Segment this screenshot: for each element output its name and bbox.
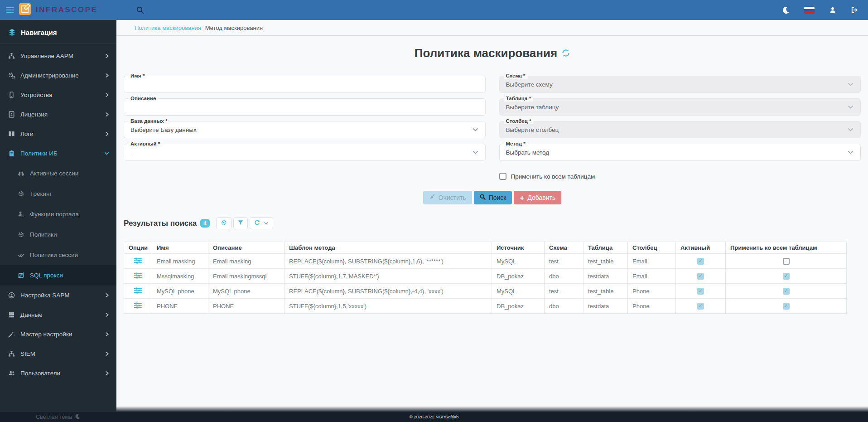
cell-name: PHONE bbox=[152, 299, 208, 314]
brand-name: INFRASCOPE bbox=[36, 5, 97, 15]
cell-column: Phone bbox=[628, 284, 676, 299]
magic-wand-icon bbox=[8, 331, 15, 338]
apply-all-checkbox[interactable] bbox=[783, 258, 790, 265]
gear-icon bbox=[221, 219, 227, 227]
breadcrumb-link-method[interactable]: Метод маскирования bbox=[205, 24, 263, 31]
sidebar-item-siem[interactable]: SIEM bbox=[0, 344, 116, 364]
cell-column: Phone bbox=[628, 299, 676, 314]
chevron-down-icon bbox=[847, 150, 854, 155]
refresh-icon[interactable] bbox=[562, 49, 570, 57]
col-schema: Схема bbox=[545, 242, 583, 254]
binoculars-icon bbox=[17, 170, 25, 177]
chevron-down-icon bbox=[847, 127, 854, 133]
add-button-label: Добавить bbox=[527, 194, 555, 201]
sidebar-item-label: Настройка SAPM bbox=[20, 292, 69, 299]
settings-button[interactable] bbox=[216, 217, 231, 229]
apply-all-label: Применить ко всем таблицам bbox=[511, 173, 595, 180]
filter-button[interactable] bbox=[233, 217, 248, 229]
col-column: Столбец bbox=[628, 242, 676, 254]
column-select: Столбец * Выберите столбец bbox=[499, 121, 861, 138]
active-checkbox[interactable] bbox=[697, 273, 704, 280]
footer: © 2020-2022 NGRSoftlab Светлая тема bbox=[0, 412, 868, 422]
cell-description: Email masking bbox=[208, 254, 285, 269]
cell-source: MySQL bbox=[492, 284, 545, 299]
sidebar-item-funktsii-portala[interactable]: Функции портала bbox=[0, 204, 116, 224]
results-toolbar bbox=[216, 217, 273, 229]
apply-all-checkbox[interactable] bbox=[783, 288, 790, 295]
apply-all-checkbox[interactable] bbox=[783, 303, 790, 310]
chevron-right-icon bbox=[105, 92, 109, 97]
active-checkbox[interactable] bbox=[697, 288, 704, 295]
name-input[interactable] bbox=[130, 81, 479, 88]
col-active: Активный bbox=[676, 242, 726, 254]
cell-description: PHONE bbox=[208, 299, 285, 314]
cell-column: Email bbox=[628, 254, 676, 269]
search-button[interactable]: Поиск bbox=[474, 191, 512, 204]
database-select[interactable]: База данных * Выберите Базу данных bbox=[124, 121, 486, 138]
row-options-button[interactable] bbox=[134, 257, 142, 264]
sidebar-item-master-nastroyki[interactable]: Мастер настройки bbox=[0, 325, 116, 344]
sidebar-item-administrirovanie[interactable]: Администрирование bbox=[0, 66, 116, 85]
breadcrumb-link-policy[interactable]: Политика маскирования bbox=[135, 24, 201, 31]
sidebar-item-label: Политики ИБ bbox=[20, 150, 58, 157]
table-select: Таблица * Выберите таблицу bbox=[499, 98, 861, 116]
sidebar-item-label: Лицензия bbox=[20, 111, 48, 118]
sidebar-item-dannye[interactable]: Данные bbox=[0, 305, 116, 325]
sidebar-item-politiki-ib[interactable]: Политики ИБ bbox=[0, 144, 116, 163]
sidebar-item-ustroystva[interactable]: Устройства bbox=[0, 85, 116, 105]
apply-all-checkbox[interactable] bbox=[499, 173, 506, 180]
sidebar-item-politiki-sessiy[interactable]: Политики сессий bbox=[0, 245, 116, 265]
cell-description: Email maskingmssql bbox=[208, 269, 285, 284]
top-bar: INFRASCOPE bbox=[0, 0, 868, 20]
database-select-value: Выберите Базу данных bbox=[130, 126, 197, 133]
menu-icon[interactable] bbox=[6, 6, 14, 14]
chevron-right-icon bbox=[105, 73, 109, 78]
user-icon[interactable] bbox=[829, 6, 836, 14]
sidebar-item-upravlenie-aarm[interactable]: Управление ААРМ bbox=[0, 46, 116, 66]
brand: INFRASCOPE bbox=[0, 3, 116, 17]
chevron-right-icon bbox=[105, 312, 109, 317]
nav-header: Навигация bbox=[0, 20, 116, 44]
user-circle-icon bbox=[8, 292, 15, 299]
search-icon[interactable] bbox=[136, 6, 144, 14]
col-apply-all: Применить ко всем таблицам bbox=[726, 242, 847, 254]
language-flag-ru[interactable] bbox=[804, 7, 815, 14]
method-select[interactable]: Метод * Выбрать метод bbox=[499, 144, 861, 161]
row-options-button[interactable] bbox=[134, 287, 142, 294]
sidebar-item-nastroyka-sapm[interactable]: Настройка SAPM bbox=[0, 286, 116, 305]
active-select[interactable]: Активный * - bbox=[124, 144, 486, 161]
active-checkbox[interactable] bbox=[697, 303, 704, 310]
cell-schema: test bbox=[545, 284, 583, 299]
sidebar-item-treking[interactable]: Трекинг bbox=[0, 184, 116, 204]
cell-table: testdata bbox=[583, 269, 628, 284]
active-checkbox[interactable] bbox=[697, 258, 704, 265]
sidebar-item-label: Администрирование bbox=[20, 72, 79, 79]
sidebar-item-polzovateli[interactable]: Пользователи bbox=[0, 364, 116, 383]
col-template: Шаблон метода bbox=[285, 242, 492, 254]
page-title: Политика маскирования bbox=[415, 46, 557, 60]
sidebar-item-logi[interactable]: Логи bbox=[0, 124, 116, 144]
sidebar-item-sql-proksi[interactable]: SQL прокси bbox=[0, 265, 116, 286]
refresh-dropdown-button[interactable] bbox=[250, 217, 273, 229]
clear-button[interactable]: Очистить bbox=[423, 191, 472, 204]
double-check-icon bbox=[17, 252, 25, 258]
row-options-button[interactable] bbox=[134, 272, 142, 279]
sidebar-item-litsenziya[interactable]: Лицензия bbox=[0, 105, 116, 124]
sidebar-item-aktivnye-sessii[interactable]: Активные сессии bbox=[0, 163, 116, 184]
logout-icon[interactable] bbox=[851, 6, 858, 14]
add-button[interactable]: + Добавить bbox=[514, 191, 561, 204]
cell-source: DB_pokaz bbox=[492, 269, 545, 284]
sidebar-item-politiki[interactable]: Политики bbox=[0, 224, 116, 245]
results-count-badge: 4 bbox=[200, 219, 210, 228]
method-select-value: Выбрать метод bbox=[506, 149, 550, 156]
row-options-button[interactable] bbox=[134, 302, 142, 309]
results-header: Результаты поиска 4 bbox=[124, 217, 861, 229]
description-input[interactable] bbox=[130, 104, 479, 111]
chevron-down-icon bbox=[847, 82, 854, 87]
col-options: Опции bbox=[124, 242, 152, 254]
logo-icon bbox=[19, 3, 31, 17]
moon-icon[interactable] bbox=[782, 6, 790, 14]
theme-toggle[interactable]: Светлая тема bbox=[0, 412, 116, 422]
apply-all-checkbox[interactable] bbox=[783, 273, 790, 280]
sidebar-item-label: Трекинг bbox=[30, 190, 52, 197]
